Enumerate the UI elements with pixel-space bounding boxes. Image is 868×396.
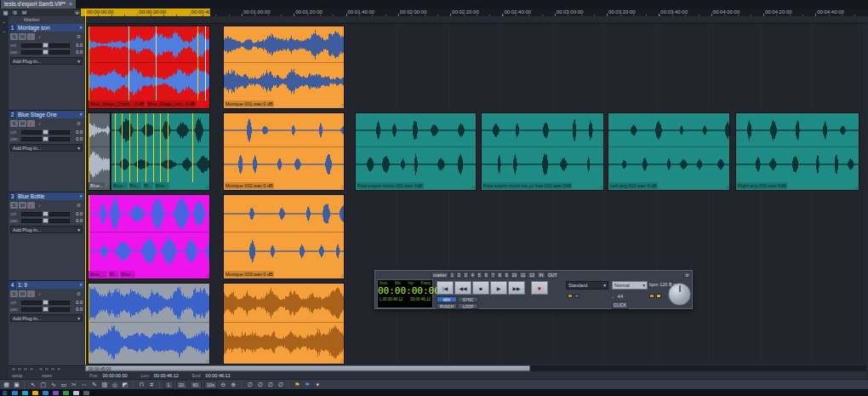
add-plugin-select[interactable]: Add Plug-In...▾ xyxy=(10,314,83,322)
object-lock-icon[interactable]: ▣ xyxy=(13,381,20,389)
timeline-ruler[interactable]: 00:00:00:0000:00:20:0000:00:40:0000:01:0… xyxy=(81,9,868,16)
clip-resize-handle[interactable]: ◿ xyxy=(340,185,343,189)
marker-flag-yellow-icon[interactable]: ⚑ xyxy=(294,381,301,389)
ruler-menu-icon[interactable]: ≡ xyxy=(73,9,81,15)
taskbar-app-icon[interactable] xyxy=(12,391,18,395)
click-button[interactable]: CLICK xyxy=(612,301,628,309)
audio-clip[interactable]: Musique 001.wav 0 dB◿ xyxy=(223,26,345,109)
pan-slider-handle[interactable] xyxy=(43,218,49,223)
audio-clip[interactable]: Musique 002.wav 0 dB◿ xyxy=(223,112,345,191)
audio-clip[interactable]: Musique 003.wav 0 dB◿ xyxy=(223,194,345,279)
cursor-tool-icon[interactable]: ↖ xyxy=(29,381,37,389)
marker-button[interactable]: 6 xyxy=(483,272,489,278)
dock-icon[interactable]: ▪ xyxy=(1,10,8,15)
stop-button[interactable]: ■ xyxy=(472,281,489,295)
pan-slider[interactable] xyxy=(21,137,70,141)
monitor-icon[interactable]: ♪ xyxy=(36,120,43,127)
preset-button[interactable] xyxy=(23,367,28,371)
marker-button[interactable]: 2 xyxy=(456,272,462,278)
marker-button[interactable]: 8 xyxy=(497,272,503,278)
rewind-button[interactable]: ◀◀ xyxy=(454,281,471,295)
preset-button[interactable] xyxy=(44,367,49,371)
shuttle-knob[interactable] xyxy=(668,283,691,306)
pan-slider-handle[interactable] xyxy=(43,136,49,141)
gear-icon[interactable]: ⚙ xyxy=(75,120,83,127)
add-plugin-select[interactable]: Add Plug-In...▾ xyxy=(10,57,83,65)
marker-button[interactable]: 4 xyxy=(470,272,476,278)
volume-slider[interactable] xyxy=(21,301,70,305)
track-title-bar[interactable]: 1Montage son▾ xyxy=(9,24,84,32)
horizontal-scrollbar[interactable]: 00:00:45:00 xyxy=(85,365,866,371)
playhead[interactable] xyxy=(85,9,86,364)
clip-resize-handle[interactable]: ◿ xyxy=(205,185,208,189)
scrollbar-thumb[interactable]: 00:00:45:00 xyxy=(85,365,530,371)
marker-button[interactable]: 10 xyxy=(511,272,519,278)
draw-tool-icon[interactable]: ✎ xyxy=(90,381,98,389)
taskbar-app-icon[interactable] xyxy=(63,391,69,395)
volume-slider[interactable] xyxy=(21,212,70,216)
chevron-down-icon[interactable]: ▾ xyxy=(77,111,84,118)
clip-resize-handle[interactable]: ◿ xyxy=(599,185,602,189)
time-signature[interactable]: ♩ 4/4 xyxy=(612,294,623,299)
mute-button[interactable]: M xyxy=(19,33,26,40)
solo-button[interactable]: S xyxy=(10,290,18,297)
toolbar-dropdown-icon[interactable]: ▾ xyxy=(314,381,322,389)
fx-bypass-icon[interactable]: ∅ xyxy=(256,381,264,389)
audio-clip[interactable]: ◿ xyxy=(88,283,210,364)
track-title-bar[interactable]: 2Blue Stage One▾ xyxy=(9,111,84,118)
preset-button[interactable] xyxy=(17,367,22,371)
clip-resize-handle[interactable]: ◿ xyxy=(340,103,343,107)
pan-slider-handle[interactable] xyxy=(43,49,49,55)
preset-button[interactable] xyxy=(56,367,61,371)
chevron-down-icon[interactable]: ▾ xyxy=(77,281,84,289)
chevron-down-icon[interactable]: ▾ xyxy=(77,192,84,200)
taskbar-app-icon[interactable] xyxy=(53,391,59,395)
magnet-icon[interactable]: ⊓ xyxy=(138,381,146,389)
stretch-tool-icon[interactable]: ⇔ xyxy=(80,381,88,389)
taskbar-app-icon[interactable] xyxy=(43,391,49,395)
gear-icon[interactable]: ⚙ xyxy=(75,33,83,40)
solo-button[interactable]: S xyxy=(10,202,18,209)
zoom-in-icon[interactable]: ⊕ xyxy=(230,381,237,389)
taskbar-app-icon[interactable] xyxy=(22,391,28,395)
pan-slider[interactable] xyxy=(21,50,70,55)
record-arm-button[interactable]: ● xyxy=(27,290,35,297)
zoom-out-icon[interactable]: ⊖ xyxy=(220,381,227,389)
arrange-area[interactable]: Blue_Stage_Charli... 0 dBBlue_Stage_rev.… xyxy=(85,24,866,364)
audio-clip[interactable]: Blue...Blu...Bl...Blue...◿ xyxy=(111,112,210,191)
clip-resize-handle[interactable]: ◿ xyxy=(205,273,208,278)
audio-clip[interactable]: Blue...◿ xyxy=(88,112,111,191)
audio-clip[interactable]: Left arig 002.wav 0 dB◿ xyxy=(608,112,730,191)
clip-resize-handle[interactable]: ◿ xyxy=(106,185,109,189)
play-mode-select[interactable]: Normal ▾ xyxy=(612,281,648,290)
clip-resize-handle[interactable]: ◿ xyxy=(205,359,208,363)
taskbar-app-icon[interactable] xyxy=(73,391,79,395)
track-header[interactable]: 41: 9▾SM●♪⚙vol0.0pan0.0Add Plug-In...▾ xyxy=(9,281,84,366)
preset-button[interactable] xyxy=(38,367,43,371)
record-mode-select[interactable]: Standard ▾ xyxy=(566,281,608,290)
volume-slider[interactable] xyxy=(21,43,70,48)
marker-button[interactable]: 7 xyxy=(490,272,496,278)
marker-button[interactable]: 5 xyxy=(477,272,483,278)
audio-clip[interactable]: Blue_...Bl...Blue...◿ xyxy=(88,194,210,279)
audio-clip[interactable]: Pete export mono 001.wav 0dB◿ xyxy=(355,112,477,191)
track-title-bar[interactable]: 3Blue Bottle▾ xyxy=(9,192,84,200)
sync-button[interactable]: SYNC xyxy=(458,296,478,302)
chevron-down-icon[interactable]: ▾ xyxy=(77,24,84,32)
marker-button[interactable]: 9 xyxy=(504,272,510,278)
pan-slider-handle[interactable] xyxy=(43,307,49,312)
mute-button[interactable]: M xyxy=(19,202,26,209)
mix-button[interactable]: MIX xyxy=(437,296,457,302)
taskbar-app-icon[interactable] xyxy=(32,391,38,395)
clip-resize-handle[interactable]: ◿ xyxy=(854,185,858,189)
solo-button[interactable]: S xyxy=(10,120,18,127)
track-header[interactable]: 1Montage son▾SM●♪⚙vol0.0pan0.0Add Plug-I… xyxy=(9,24,84,111)
master-solo-button[interactable]: S xyxy=(11,9,19,15)
zoom-preset-10[interactable]: 10. xyxy=(176,381,188,389)
solo-button[interactable]: S xyxy=(10,33,18,40)
range-tool-icon[interactable]: ▢ xyxy=(39,381,47,389)
color-tool-icon[interactable]: ◩ xyxy=(121,381,128,389)
clip-resize-handle[interactable]: ◿ xyxy=(340,273,343,278)
volume-slider-handle[interactable] xyxy=(43,129,49,135)
preset-button[interactable] xyxy=(29,367,34,371)
